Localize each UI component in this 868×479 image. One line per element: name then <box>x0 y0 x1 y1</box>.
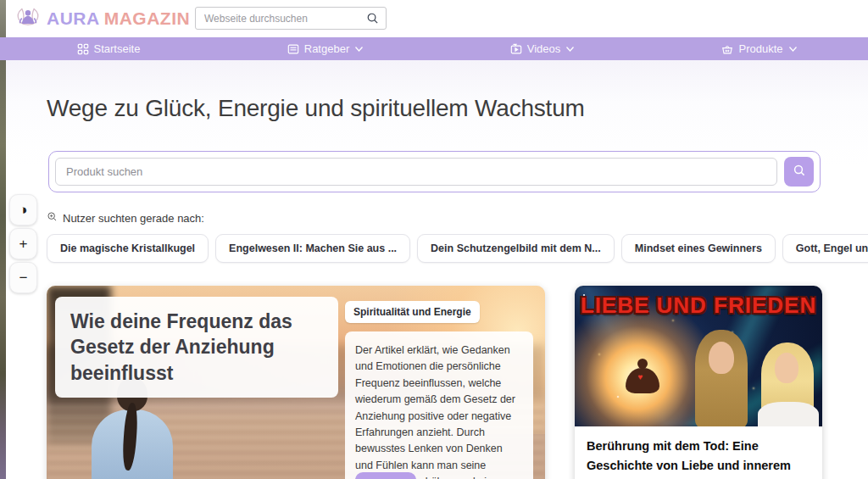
trending-searches-label: Nutzer suchten gerade nach: <box>47 211 204 225</box>
trending-chip[interactable]: Gott, Engel und Delphine <box>782 234 868 263</box>
main-nav: Startseite Ratgeber Videos Produkte <box>0 37 868 60</box>
product-search-button[interactable] <box>784 157 814 187</box>
hero-article-excerpt: Der Artikel erklärt, wie Gedanken und Em… <box>355 343 523 479</box>
accessibility-toolbar: ◑ + − <box>9 194 37 293</box>
search-icon[interactable] <box>366 12 379 25</box>
product-search-panel <box>48 151 821 192</box>
grid-icon <box>77 43 89 55</box>
trending-chip[interactable]: Engelwesen II: Machen Sie aus ... <box>215 234 410 263</box>
article-icon <box>287 43 299 55</box>
chevron-down-icon <box>788 46 798 53</box>
basket-icon <box>721 43 733 55</box>
contrast-toggle-button[interactable]: ◑ <box>9 194 37 226</box>
hero-excerpt-box: Der Artikel erklärt, wie Gedanken und Em… <box>345 331 533 479</box>
meditating-silhouette: ♥ <box>624 359 661 399</box>
video-title[interactable]: Berührung mit dem Tod: Eine Geschichte v… <box>575 426 822 479</box>
minus-icon: − <box>19 270 28 287</box>
product-search-input[interactable] <box>55 158 777 186</box>
site-header: AURAMAGAZIN <box>6 0 868 37</box>
nav-item-ratgeber[interactable]: Ratgeber <box>217 37 434 60</box>
video-icon <box>510 43 522 55</box>
chevron-down-icon <box>565 46 575 53</box>
nav-label: Produkte <box>738 42 782 55</box>
nav-item-startseite[interactable]: Startseite <box>0 37 217 60</box>
trending-chip[interactable]: Mindset eines Gewinners <box>621 234 776 263</box>
zoom-in-button[interactable]: + <box>9 228 37 259</box>
brand-logo[interactable]: AURAMAGAZIN <box>14 4 190 33</box>
thumbnail-person <box>688 330 754 426</box>
video-thumbnail[interactable]: ♥ LIEBE UND FRIEDEN <box>575 286 822 426</box>
thumbnail-person <box>758 343 819 426</box>
brand-name-primary: AURA <box>47 8 100 28</box>
chevron-down-icon <box>354 46 364 53</box>
brand-name-secondary: MAGAZIN <box>104 8 191 28</box>
page: AURAMAGAZIN Startseite Ratgeber <box>0 0 868 479</box>
trending-label-text: Nutzer suchten gerade nach: <box>63 212 204 225</box>
trending-chip[interactable]: Dein Schutzengelbild mit dem N... <box>417 234 615 263</box>
nav-label: Startseite <box>94 42 141 55</box>
contrast-icon: ◑ <box>19 202 27 219</box>
search-icon <box>793 164 806 180</box>
video-card[interactable]: ♥ LIEBE UND FRIEDEN Berührung mit dem To… <box>575 286 822 479</box>
hero-article-card[interactable]: Wie deine Frequenz das Gesetz der Anzieh… <box>47 286 545 479</box>
trending-chips-row: Die magische Kristallkugel Engelwesen II… <box>47 234 868 263</box>
nav-label: Ratgeber <box>304 42 349 55</box>
site-search-box <box>195 7 387 30</box>
nav-item-produkte[interactable]: Produkte <box>651 37 868 60</box>
hero-title-box: Wie deine Frequenz das Gesetz der Anzieh… <box>55 297 338 398</box>
nav-label: Videos <box>527 42 561 55</box>
thumbnail-overlay-title: LIEBE UND FRIEDEN <box>575 292 822 319</box>
trending-chip[interactable]: Die magische Kristallkugel <box>47 234 209 263</box>
lotus-logo-icon <box>14 4 42 33</box>
zoom-out-button[interactable]: − <box>9 262 37 293</box>
hero-article-title[interactable]: Wie deine Frequenz das Gesetz der Anzieh… <box>70 309 323 386</box>
nav-item-videos[interactable]: Videos <box>434 37 651 60</box>
category-badge[interactable]: Spiritualität und Energie <box>345 301 480 323</box>
search-trend-icon <box>47 211 58 225</box>
plus-icon: + <box>19 236 28 253</box>
page-title: Wege zu Glück, Energie und spirituellem … <box>47 95 585 122</box>
site-search-input[interactable] <box>196 13 366 25</box>
read-more-button[interactable] <box>355 472 416 479</box>
background-image-strip <box>0 0 6 479</box>
heart-icon: ♥ <box>637 372 643 382</box>
